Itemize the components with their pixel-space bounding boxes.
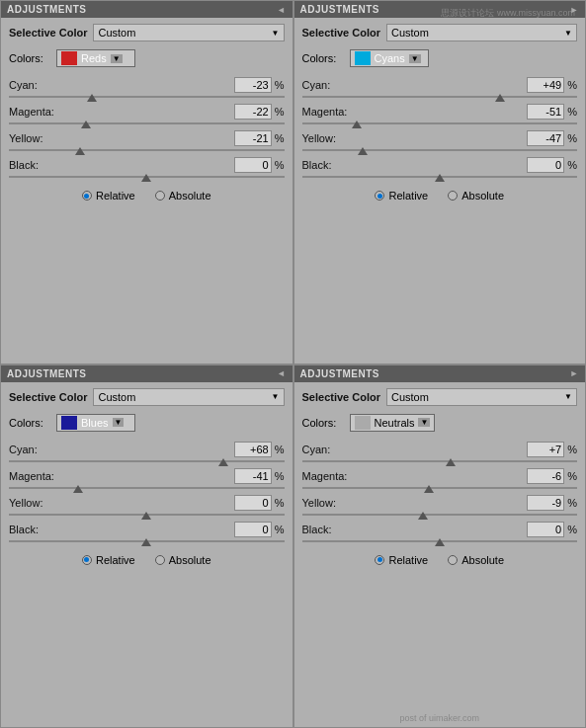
slider-value[interactable]: -51 xyxy=(527,104,564,120)
slider-row-0: Cyan:+68% xyxy=(9,442,285,462)
slider-track[interactable] xyxy=(9,176,285,178)
slider-row-1: Magenta:-41% xyxy=(9,468,285,489)
slider-value[interactable]: +7 xyxy=(527,442,564,457)
radio-relative[interactable]: Relative xyxy=(82,554,135,566)
radio-label-absolute: Absolute xyxy=(461,190,504,202)
panel-top-right: ADJUSTMENTS►Selective ColorCustom▼Colors… xyxy=(293,0,587,364)
slider-value[interactable]: 0 xyxy=(234,522,272,537)
radio-btn-absolute xyxy=(448,191,458,201)
slider-track[interactable] xyxy=(9,96,285,98)
radio-row: RelativeAbsolute xyxy=(302,554,578,566)
radio-absolute[interactable]: Absolute xyxy=(155,190,211,202)
dropdown-arrow-icon: ▼ xyxy=(564,392,572,401)
slider-value[interactable]: 0 xyxy=(234,157,272,173)
slider-value[interactable]: 0 xyxy=(234,495,272,511)
slider-value[interactable]: -6 xyxy=(527,468,564,484)
slider-value[interactable]: -41 xyxy=(234,468,272,484)
slider-thumb xyxy=(435,174,445,182)
slider-row-1: Magenta:-6% xyxy=(302,468,578,489)
color-dropdown[interactable]: Cyans▼ xyxy=(350,49,429,67)
slider-label-row: Cyan:-23% xyxy=(9,77,285,93)
slider-row-3: Black:0% xyxy=(302,522,578,542)
slider-track[interactable] xyxy=(302,460,578,462)
panel-body: Selective ColorCustom▼Colors:Reds▼Cyan:-… xyxy=(1,18,293,364)
slider-percent-label: % xyxy=(567,106,577,118)
slider-label: Black: xyxy=(302,524,357,535)
slider-thumb xyxy=(418,512,428,520)
slider-label: Yellow: xyxy=(302,132,357,144)
slider-track[interactable] xyxy=(9,460,285,462)
slider-row-1: Magenta:-22% xyxy=(9,104,285,124)
slider-value-box: -23% xyxy=(234,77,285,93)
panel-collapse-icon[interactable]: ► xyxy=(570,368,579,378)
slider-value[interactable]: -9 xyxy=(527,495,564,511)
color-dropdown[interactable]: Neutrals▼ xyxy=(350,414,436,432)
slider-track[interactable] xyxy=(9,122,285,124)
slider-track[interactable] xyxy=(302,96,578,98)
radio-absolute[interactable]: Absolute xyxy=(448,554,504,566)
slider-value[interactable]: +49 xyxy=(527,77,564,93)
radio-relative[interactable]: Relative xyxy=(375,554,428,566)
slider-value[interactable]: 0 xyxy=(527,522,564,537)
color-name: Reds xyxy=(81,52,107,64)
slider-value[interactable]: +68 xyxy=(234,442,272,457)
slider-label-row: Cyan:+49% xyxy=(302,77,578,93)
preset-dropdown[interactable]: Custom▼ xyxy=(386,388,577,406)
color-name: Blues xyxy=(81,417,109,429)
slider-label: Cyan: xyxy=(302,79,357,91)
selective-color-label: Selective Color xyxy=(302,27,380,39)
slider-value-box: 0% xyxy=(234,522,285,537)
slider-track[interactable] xyxy=(302,487,578,489)
slider-value[interactable]: -21 xyxy=(234,130,272,146)
panel-collapse-icon[interactable]: ◄ xyxy=(277,368,286,378)
colors-row: Colors:Reds▼ xyxy=(9,49,285,67)
preset-dropdown[interactable]: Custom▼ xyxy=(386,24,577,41)
preset-dropdown[interactable]: Custom▼ xyxy=(93,24,284,41)
slider-value[interactable]: -47 xyxy=(527,130,564,146)
slider-percent-label: % xyxy=(275,470,285,482)
slider-percent-label: % xyxy=(275,106,285,118)
slider-track[interactable] xyxy=(302,514,578,516)
slider-thumb xyxy=(141,512,151,520)
radio-label-relative: Relative xyxy=(388,554,428,566)
colors-label: Colors: xyxy=(9,417,50,429)
slider-label-row: Magenta:-41% xyxy=(9,468,285,484)
color-dropdown-arrow-icon: ▼ xyxy=(113,418,125,427)
panel-collapse-icon[interactable]: ◄ xyxy=(277,5,286,15)
slider-track[interactable] xyxy=(302,176,578,178)
slider-track[interactable] xyxy=(302,149,578,151)
color-name: Neutrals xyxy=(375,417,415,429)
panel-body: Selective ColorCustom▼Colors:Neutrals▼Cy… xyxy=(294,382,586,710)
radio-absolute[interactable]: Absolute xyxy=(155,554,211,566)
preset-dropdown[interactable]: Custom▼ xyxy=(93,388,284,406)
panel-top-left: ADJUSTMENTS◄Selective ColorCustom▼Colors… xyxy=(0,0,293,364)
slider-label-row: Black:0% xyxy=(9,522,285,537)
slider-track[interactable] xyxy=(9,149,285,151)
color-dropdown[interactable]: Blues▼ xyxy=(56,414,135,432)
radio-absolute[interactable]: Absolute xyxy=(448,190,504,202)
colors-label: Colors: xyxy=(9,52,50,64)
slider-track[interactable] xyxy=(302,122,578,124)
slider-thumb xyxy=(424,485,434,493)
slider-value-box: -51% xyxy=(527,104,577,120)
slider-thumb xyxy=(495,94,505,102)
slider-value[interactable]: -23 xyxy=(234,77,272,93)
slider-value[interactable]: -22 xyxy=(234,104,272,120)
slider-track[interactable] xyxy=(9,540,285,542)
colors-label: Colors: xyxy=(302,52,344,64)
panel-header-title: ADJUSTMENTS xyxy=(300,368,380,379)
slider-row-3: Black:0% xyxy=(9,522,285,542)
slider-track[interactable] xyxy=(9,487,285,489)
color-dropdown[interactable]: Reds▼ xyxy=(56,49,135,67)
color-swatch xyxy=(61,416,77,430)
radio-relative[interactable]: Relative xyxy=(82,190,135,202)
slider-track[interactable] xyxy=(302,540,578,542)
radio-relative[interactable]: Relative xyxy=(375,190,428,202)
radio-row: RelativeAbsolute xyxy=(302,190,578,202)
slider-thumb xyxy=(358,147,368,155)
slider-value[interactable]: 0 xyxy=(527,157,564,173)
slider-label-row: Magenta:-51% xyxy=(302,104,578,120)
slider-track[interactable] xyxy=(9,514,285,516)
slider-label: Magenta: xyxy=(9,106,63,118)
radio-row: RelativeAbsolute xyxy=(9,554,285,566)
